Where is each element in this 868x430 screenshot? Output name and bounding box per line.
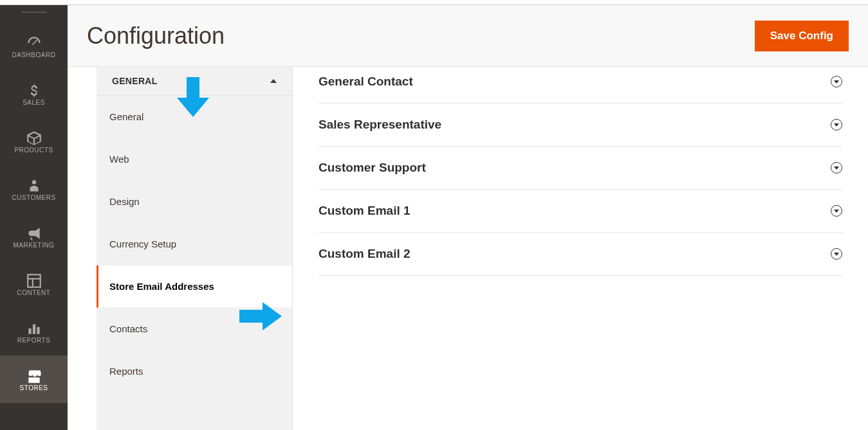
chevron-down-icon [831, 162, 842, 174]
nav-marketing-label: MARKETING [14, 242, 55, 249]
tutorial-arrow-down [177, 77, 209, 117]
nav-reports[interactable]: REPORTS [0, 308, 68, 355]
megaphone-icon [26, 225, 42, 242]
layout-icon [26, 273, 42, 289]
config-item-reports[interactable]: Reports [97, 350, 292, 393]
nav-dashboard[interactable]: DASHBOARD [0, 22, 68, 70]
svg-rect-3 [28, 328, 31, 334]
section-general-contact[interactable]: General Contact [319, 67, 842, 103]
nav-content-label: CONTENT [17, 289, 51, 296]
admin-sidebar: DASHBOARD SALES PRODUCTS CUSTOMERS MARKE… [0, 5, 68, 430]
chevron-up-icon [270, 79, 277, 83]
nav-marketing[interactable]: MARKETING [0, 213, 68, 260]
svg-rect-5 [37, 327, 39, 334]
nav-products-label: PRODUCTS [14, 147, 53, 154]
config-item-label: Contacts [109, 323, 147, 334]
page-title: Configuration [87, 22, 225, 49]
config-group-label: GENERAL [112, 76, 158, 86]
dashboard-icon [26, 35, 42, 51]
section-title: Sales Representative [319, 118, 441, 132]
section-title: Custom Email 1 [319, 204, 411, 218]
nav-customers-label: CUSTOMERS [12, 194, 55, 201]
nav-customers[interactable]: CUSTOMERS [0, 165, 68, 213]
nav-sales[interactable]: SALES [0, 70, 68, 118]
section-customer-support[interactable]: Customer Support [319, 147, 842, 190]
person-icon [26, 177, 42, 194]
section-title: Customer Support [319, 161, 426, 175]
chevron-down-icon [831, 119, 842, 130]
config-main: General Contact Sales Representative Cus… [293, 67, 868, 430]
section-custom-email-2[interactable]: Custom Email 2 [319, 233, 842, 276]
page-header: Configuration Save Config [68, 5, 868, 67]
save-config-button[interactable]: Save Config [755, 21, 849, 51]
nav-products[interactable]: PRODUCTS [0, 118, 68, 165]
bar-chart-icon [26, 320, 42, 337]
section-custom-email-1[interactable]: Custom Email 1 [319, 190, 842, 233]
browser-chrome-fragment [0, 0, 868, 5]
nav-stores-label: STORES [20, 384, 48, 391]
config-wrapper: GENERAL General Web Design Currency Setu… [68, 67, 868, 430]
config-item-design[interactable]: Design [97, 181, 292, 223]
dollar-icon [26, 82, 42, 99]
tutorial-arrow-right [239, 302, 282, 330]
section-title: General Contact [319, 75, 413, 89]
section-sales-rep[interactable]: Sales Representative [319, 103, 842, 147]
config-item-currency[interactable]: Currency Setup [97, 223, 292, 265]
config-item-label: Web [109, 154, 129, 165]
nav-dashboard-label: DASHBOARD [12, 51, 56, 58]
box-icon [26, 130, 42, 147]
config-item-web[interactable]: Web [97, 138, 292, 181]
svg-rect-4 [32, 324, 35, 334]
svg-rect-0 [28, 274, 41, 287]
store-icon [26, 368, 42, 384]
chevron-down-icon [831, 248, 842, 260]
config-item-label: Currency Setup [109, 238, 176, 249]
config-sidebar: GENERAL General Web Design Currency Setu… [97, 67, 293, 430]
config-item-label: General [109, 111, 143, 122]
chevron-down-icon [831, 205, 842, 217]
config-item-label: Design [109, 196, 140, 207]
section-title: Custom Email 2 [319, 247, 411, 261]
config-item-label: Reports [109, 366, 143, 377]
nav-content[interactable]: CONTENT [0, 260, 68, 308]
nav-stores[interactable]: STORES [0, 355, 68, 403]
nav-reports-label: REPORTS [17, 337, 51, 344]
nav-sales-label: SALES [23, 99, 45, 106]
chevron-down-icon [831, 76, 842, 87]
config-item-label: Store Email Addresses [109, 281, 214, 292]
